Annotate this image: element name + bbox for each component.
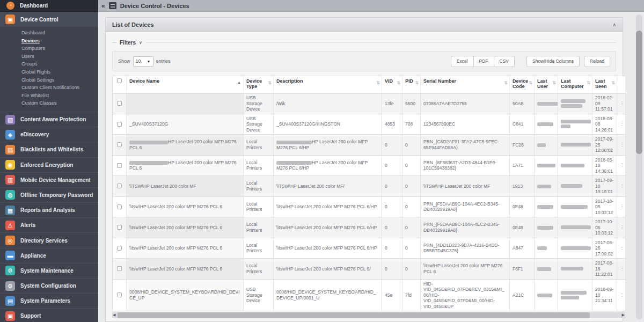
column-header-seen[interactable]: Last Seen⇅	[592, 76, 617, 93]
sidebar-item-directory-services[interactable]: ◎Directory Services	[0, 233, 98, 248]
sort-icon[interactable]: ⇅	[611, 80, 615, 85]
column-header-serial[interactable]: Serial Number⇅	[421, 76, 510, 93]
row-checkbox[interactable]	[117, 122, 122, 127]
column-header-computer[interactable]: Last Computer⇅	[558, 76, 592, 93]
column-header-pid[interactable]: PID⇅	[402, 76, 421, 93]
sidebar-item-alerts[interactable]: ⚠Alerts	[0, 218, 98, 233]
sidebar-subitem-custom-client-notifications[interactable]: Custom Client Notifications	[21, 84, 98, 92]
chevron-down-icon: ∨	[139, 40, 142, 45]
sidebar-subitem-custom-classes[interactable]: Custom Classes	[21, 99, 98, 107]
row-checkbox[interactable]	[117, 266, 122, 271]
row-checkbox[interactable]	[117, 101, 122, 106]
scroll-right-icon[interactable]: ▶	[622, 313, 625, 317]
column-header-checkbox[interactable]	[113, 76, 127, 93]
cell-device-type: Local Printers	[244, 155, 274, 176]
system-configuration-icon: ⚙	[5, 281, 15, 291]
vertical-scrollbar[interactable]	[636, 14, 642, 319]
sidebar-item-enforced-encryption[interactable]: ◉Enforced Encryption	[0, 158, 98, 173]
collapse-panel-icon[interactable]: ∧	[612, 22, 616, 27]
cell-last-user	[535, 196, 558, 217]
sidebar-subitem-file-whitelist[interactable]: File Whitelist	[21, 92, 98, 100]
sort-icon[interactable]: ⇅	[552, 80, 556, 85]
vertical-scrollbar-thumb[interactable]	[636, 31, 642, 154]
sidebar-item-label: Appliance	[20, 253, 46, 259]
sidebar-item-system-configuration[interactable]: ⚙System Configuration	[0, 279, 98, 294]
sort-icon[interactable]: ⇅	[268, 80, 272, 85]
content-area: List of Devices ∧ Filters ∨ Show 10 ▼ en…	[98, 12, 636, 322]
row-actions-icon[interactable]: ⋮	[617, 135, 626, 156]
row-actions-icon[interactable]: ⋮	[617, 155, 626, 176]
sidebar-subitem-computers[interactable]: Computers	[21, 45, 98, 53]
row-checkbox[interactable]	[117, 184, 122, 188]
row-actions-icon[interactable]: ⋮	[617, 279, 626, 311]
row-actions-icon[interactable]: ⋮	[617, 196, 626, 217]
sidebar-item-blacklists-and-whitelists[interactable]: ▤Blacklists and Whitelists	[0, 142, 98, 157]
sort-icon[interactable]: ⇅	[376, 80, 380, 85]
sidebar-item-system-parameters[interactable]: ▤System Parameters	[0, 294, 98, 309]
sidebar-subitem-groups[interactable]: Groups	[21, 60, 98, 68]
sidebar-item-system-maintenance[interactable]: ⚙System Maintenance	[0, 264, 98, 279]
collapse-sidebar-icon[interactable]: «	[101, 2, 105, 10]
cell-device-type: Local Printers	[244, 259, 274, 280]
column-header-vid[interactable]: VID⇅	[382, 76, 402, 93]
row-actions-icon[interactable]: ⋮	[617, 114, 626, 135]
sort-icon[interactable]: ⇅	[397, 80, 400, 85]
sidebar-subitem-global-settings[interactable]: Global Settings	[21, 76, 98, 84]
csv-export-button[interactable]: CSV	[494, 56, 515, 67]
cell-last-user	[535, 259, 558, 280]
sidebar-subitem-dashboard[interactable]: Dashboard	[21, 29, 98, 37]
sidebar-item-support[interactable]: ▣Support	[0, 309, 98, 322]
pdf-export-button[interactable]: PDF	[473, 56, 494, 67]
row-checkbox[interactable]	[117, 163, 122, 168]
sort-icon[interactable]: ⇅	[587, 80, 590, 85]
row-checkbox[interactable]	[117, 292, 122, 297]
column-header-code[interactable]: Device Code⇅	[510, 76, 535, 93]
sidebar-subitem-devices[interactable]: Devices	[21, 37, 98, 45]
row-actions-icon[interactable]: ⋮	[617, 93, 626, 114]
reload-button[interactable]: Reload	[584, 56, 610, 67]
filters-toggle[interactable]: Filters ∨	[112, 40, 616, 46]
row-actions-icon[interactable]: ⋮	[617, 259, 626, 280]
row-actions-icon[interactable]: ⋮	[617, 238, 626, 259]
sort-icon[interactable]: ⇅	[529, 80, 532, 85]
column-header-user[interactable]: Last User⇅	[535, 76, 558, 93]
excel-export-button[interactable]: Excel	[451, 56, 473, 67]
sidebar-item-ediscovery[interactable]: ◈eDiscovery	[0, 127, 98, 142]
horizontal-scrollbar-thumb[interactable]	[118, 312, 590, 318]
column-header-desc[interactable]: Description⇅	[274, 76, 382, 93]
column-label: Description	[276, 78, 303, 84]
entries-select[interactable]: 10 ▼	[133, 56, 153, 67]
row-checkbox[interactable]	[117, 142, 122, 147]
sidebar-item-dashboard-main[interactable]: ◔ Dashboard	[0, 0, 98, 12]
sidebar-item-offline-temporary-password[interactable]: ◍Offline Temporary Password	[0, 188, 98, 203]
horizontal-scrollbar[interactable]: ◀ ▶	[112, 312, 625, 318]
row-checkbox[interactable]	[117, 204, 122, 209]
sidebar-item-label: Directory Services	[20, 238, 68, 244]
show-hide-columns-button[interactable]: Show/Hide Columns	[526, 56, 580, 67]
redacted-text	[129, 161, 168, 165]
scroll-left-icon[interactable]: ◀	[113, 313, 115, 317]
row-checkbox[interactable]	[117, 225, 122, 230]
content-aware-protection-icon: ▧	[5, 115, 15, 125]
sidebar-item-content-aware-protection[interactable]: ▧Content Aware Protection	[0, 112, 98, 127]
select-all-checkbox[interactable]	[117, 78, 122, 83]
redacted-text	[561, 184, 582, 188]
row-actions-icon[interactable]: ⋮	[617, 217, 626, 238]
sidebar-item-appliance[interactable]: ▬Appliance	[0, 248, 98, 264]
column-header-type[interactable]: Device Type⇅	[244, 76, 274, 93]
page-title: Device Control - Devices	[120, 3, 189, 9]
sidebar: ◔ Dashboard ▣ Device Control DashboardDe…	[0, 0, 98, 322]
sort-icon[interactable]: ⇅	[415, 80, 419, 85]
row-checkbox[interactable]	[117, 246, 122, 251]
sidebar-item-reports-and-analysis[interactable]: ▦Reports and Analysis	[0, 203, 98, 218]
sort-asc-icon[interactable]: ▲	[237, 80, 241, 84]
sidebar-item-device-control[interactable]: ▣ Device Control	[0, 12, 98, 27]
row-actions-icon[interactable]: ⋮	[617, 176, 626, 197]
column-header-name[interactable]: Device Name▲	[127, 76, 244, 93]
sidebar-subitem-global-rights[interactable]: Global Rights	[21, 68, 98, 76]
sidebar-item-mobile-device-management[interactable]: ▥Mobile Device Management	[0, 173, 98, 188]
sort-icon[interactable]: ⇅	[504, 80, 508, 85]
sidebar-subitem-users[interactable]: Users	[21, 53, 98, 61]
sidebar-subitem-label: Groups	[21, 61, 38, 67]
cell-serial-number: PRN_{4DD1D223-9B7A-4216-B4DD-D55B7D45C37…	[421, 238, 510, 259]
